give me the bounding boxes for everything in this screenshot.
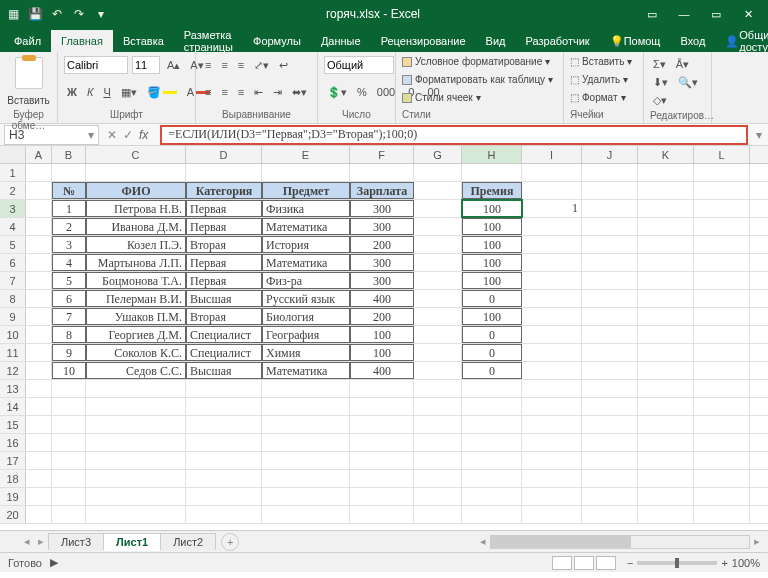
cell[interactable] <box>350 434 414 451</box>
cell[interactable] <box>86 452 186 469</box>
cell[interactable] <box>582 344 638 361</box>
cell[interactable] <box>26 164 52 181</box>
minimize-button[interactable]: — <box>670 4 698 24</box>
cell[interactable] <box>86 398 186 415</box>
cell[interactable] <box>582 380 638 397</box>
cell[interactable] <box>638 488 694 505</box>
cell[interactable] <box>582 452 638 469</box>
cell[interactable] <box>350 452 414 469</box>
cell-styles-button[interactable]: Стили ячеек▾ <box>402 91 557 105</box>
cell[interactable] <box>462 380 522 397</box>
rowhead[interactable]: 9 <box>0 308 26 325</box>
colhead-l[interactable]: L <box>694 146 750 163</box>
rowhead[interactable]: 4 <box>0 218 26 235</box>
cell[interactable]: 100 <box>350 326 414 343</box>
worksheet[interactable]: A B C D E F G H I J K L 12№ФИОКатегорияП… <box>0 146 768 530</box>
cell[interactable]: 6 <box>52 290 86 307</box>
cell[interactable] <box>694 380 750 397</box>
cell[interactable]: 400 <box>350 362 414 379</box>
cell[interactable] <box>694 344 750 361</box>
view-normal-icon[interactable] <box>552 556 572 570</box>
cell[interactable] <box>26 416 52 433</box>
cell[interactable]: Козел П.Э. <box>86 236 186 253</box>
cell[interactable] <box>26 182 52 199</box>
cell[interactable]: 200 <box>350 308 414 325</box>
cell[interactable] <box>414 362 462 379</box>
colhead-j[interactable]: J <box>582 146 638 163</box>
tab-home[interactable]: Главная <box>51 30 113 52</box>
cell[interactable] <box>350 506 414 523</box>
cell[interactable]: Предмет <box>262 182 350 199</box>
cell[interactable]: Боцмонова Т.А. <box>86 272 186 289</box>
cell[interactable]: Премия <box>462 182 522 199</box>
merge-icon[interactable]: ⬌▾ <box>289 85 310 100</box>
cell[interactable] <box>462 470 522 487</box>
qa-dropdown-icon[interactable]: ▾ <box>94 7 108 21</box>
format-as-table-button[interactable]: Форматировать как таблицу▾ <box>402 73 557 87</box>
cell[interactable] <box>26 452 52 469</box>
cell[interactable] <box>26 506 52 523</box>
cell[interactable] <box>414 380 462 397</box>
cell[interactable] <box>694 506 750 523</box>
cell[interactable] <box>522 506 582 523</box>
cell[interactable] <box>462 416 522 433</box>
cell[interactable]: Физ-ра <box>262 272 350 289</box>
paste-button[interactable]: Вставить <box>6 95 51 106</box>
cell[interactable] <box>186 506 262 523</box>
cell[interactable] <box>462 398 522 415</box>
cell[interactable] <box>638 398 694 415</box>
sheet-nav-next[interactable]: ▸ <box>34 535 48 548</box>
cell[interactable]: 100 <box>462 200 522 217</box>
cell[interactable] <box>582 362 638 379</box>
cell[interactable]: 400 <box>350 290 414 307</box>
tab-layout[interactable]: Разметка страницы <box>174 30 243 52</box>
cell[interactable] <box>638 470 694 487</box>
number-format-select[interactable] <box>324 56 394 74</box>
zoom-out-icon[interactable]: − <box>627 557 633 569</box>
colhead-h[interactable]: H <box>462 146 522 163</box>
cell[interactable] <box>522 416 582 433</box>
cell[interactable]: Первая <box>186 254 262 271</box>
cell[interactable]: 0 <box>462 362 522 379</box>
align-center-icon[interactable]: ≡ <box>218 85 230 99</box>
sheet-tab-2[interactable]: Лист2 <box>160 533 216 550</box>
autosum-icon[interactable]: Σ▾ <box>650 57 669 72</box>
cell[interactable] <box>694 272 750 289</box>
cell[interactable] <box>522 218 582 235</box>
rowhead[interactable]: 13 <box>0 380 26 397</box>
cell[interactable]: 9 <box>52 344 86 361</box>
cell[interactable] <box>582 164 638 181</box>
horizontal-scrollbar[interactable]: ◂ ▸ <box>239 535 768 549</box>
cell[interactable] <box>414 218 462 235</box>
cell[interactable]: История <box>262 236 350 253</box>
cell[interactable] <box>414 434 462 451</box>
cell[interactable]: Русский язык <box>262 290 350 307</box>
cell[interactable]: Иванова Д.М. <box>86 218 186 235</box>
tab-view[interactable]: Вид <box>476 30 516 52</box>
expand-formula-bar-icon[interactable]: ▾ <box>756 128 768 142</box>
cell[interactable] <box>52 434 86 451</box>
cell[interactable] <box>694 218 750 235</box>
cell[interactable] <box>414 506 462 523</box>
cell[interactable] <box>186 164 262 181</box>
view-page-layout-icon[interactable] <box>574 556 594 570</box>
cell[interactable]: География <box>262 326 350 343</box>
cell[interactable] <box>26 326 52 343</box>
cell[interactable]: 0 <box>462 290 522 307</box>
cell[interactable] <box>638 380 694 397</box>
cell[interactable] <box>52 380 86 397</box>
cell[interactable] <box>582 416 638 433</box>
cell[interactable] <box>462 506 522 523</box>
cell[interactable] <box>26 254 52 271</box>
cell[interactable] <box>86 434 186 451</box>
cell[interactable] <box>86 416 186 433</box>
rowhead[interactable]: 19 <box>0 488 26 505</box>
tell-me[interactable]: 💡 Помощ <box>600 30 671 52</box>
cell[interactable] <box>350 164 414 181</box>
cell[interactable] <box>694 236 750 253</box>
cell[interactable] <box>522 164 582 181</box>
cell[interactable] <box>694 290 750 307</box>
cell[interactable] <box>262 470 350 487</box>
cell[interactable] <box>86 164 186 181</box>
cell[interactable] <box>638 506 694 523</box>
